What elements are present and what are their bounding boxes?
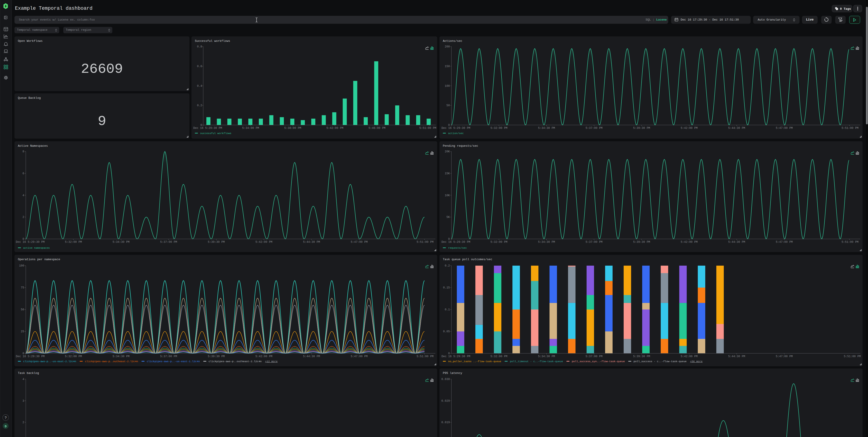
svg-text:50: 50 — [21, 308, 24, 311]
svg-text:5:42:00 PM: 5:42:00 PM — [327, 127, 343, 130]
svg-text:poll_success · c..-flow-task-q: poll_success · c..-flow-task-queue — [633, 360, 687, 363]
svg-text:5:44:30 PM: 5:44:30 PM — [303, 241, 320, 244]
svg-text:5:42:00 PM: 5:42:00 PM — [255, 355, 272, 358]
svg-text:5:47:00 PM: 5:47:00 PM — [776, 355, 793, 358]
svg-text:5:32:00 PM: 5:32:00 PM — [65, 355, 82, 358]
svg-text:26609: 26609 — [81, 61, 123, 77]
svg-text:0: 0 — [22, 352, 24, 355]
svg-text:8: 8 — [22, 150, 24, 153]
svg-text:0 Tags: 0 Tags — [840, 7, 851, 11]
svg-text:5:42:00 PM: 5:42:00 PM — [255, 241, 272, 244]
svg-text:5:51:00 PM: 5:51:00 PM — [419, 127, 436, 130]
svg-text:5:39:30 PM: 5:39:30 PM — [633, 355, 650, 358]
svg-text:25: 25 — [21, 330, 24, 333]
svg-text:5:37:00 PM: 5:37:00 PM — [585, 127, 602, 130]
svg-text:5:47:00 PM: 5:47:00 PM — [350, 355, 368, 358]
svg-text:?: ? — [4, 416, 7, 420]
svg-text:0.8: 0.8 — [197, 45, 202, 49]
svg-text:Dec 16 5:29:30 PM: Dec 16 5:29:30 PM — [441, 127, 470, 130]
svg-text:0: 0 — [200, 124, 202, 127]
svg-text:Dec 16 5:29:30 PM: Dec 16 5:29:30 PM — [441, 241, 470, 244]
svg-text:5:34:30 PM: 5:34:30 PM — [538, 127, 555, 130]
svg-text:5:39:30 PM: 5:39:30 PM — [633, 241, 650, 244]
svg-text:5:34:00 PM: 5:34:00 PM — [242, 127, 259, 130]
svg-text:clickpipes-aws-p..outheast-2.l: clickpipes-aws-p..outheast-2.l2c4n — [209, 360, 262, 363]
svg-text:5:37:00 PM: 5:37:00 PM — [160, 241, 177, 244]
svg-text:0.1: 0.1 — [445, 308, 450, 311]
svg-text:5:44:30 PM: 5:44:30 PM — [728, 355, 745, 358]
svg-text:5:34:30 PM: 5:34:30 PM — [538, 355, 555, 358]
svg-text:Dec 16 5:29:30 PM: Dec 16 5:29:30 PM — [441, 355, 470, 358]
svg-text:0: 0 — [448, 352, 450, 355]
svg-text:5:32:00 PM: 5:32:00 PM — [491, 241, 507, 244]
svg-text:5:32:00 PM: 5:32:00 PM — [491, 355, 507, 358]
svg-text:0: 0 — [448, 238, 450, 241]
svg-text:active namespaces: active namespaces — [23, 246, 50, 249]
svg-text:0.15: 0.15 — [443, 286, 450, 289]
svg-text:5:44:30 PM: 5:44:30 PM — [728, 127, 745, 130]
svg-text:+12 more: +12 more — [265, 360, 278, 363]
svg-text:4: 4 — [22, 194, 24, 197]
svg-text:9: 9 — [98, 113, 106, 129]
svg-text:5:44:30 PM: 5:44:30 PM — [303, 355, 320, 358]
svg-text:0.2: 0.2 — [445, 264, 450, 268]
svg-text:clickpipes-aws-p..outheast-2.l: clickpipes-aws-p..outheast-2.l2c4n — [85, 360, 138, 363]
svg-text:5:42:00 PM: 5:42:00 PM — [681, 127, 698, 130]
svg-text:100: 100 — [445, 85, 450, 88]
svg-text:requests/sec: requests/sec — [448, 246, 467, 249]
svg-text:action/sec: action/sec — [448, 132, 464, 135]
svg-text:5:42:00 PM: 5:42:00 PM — [681, 355, 698, 358]
svg-text:5:47:00 PM: 5:47:00 PM — [776, 127, 793, 130]
svg-text:5:34:30 PM: 5:34:30 PM — [538, 241, 555, 244]
svg-text:0.029: 0.029 — [441, 400, 450, 403]
svg-text:0.2: 0.2 — [197, 104, 202, 107]
svg-text:5:38:00 PM: 5:38:00 PM — [284, 127, 301, 130]
svg-text:clickpipes-aws-p..-us-east-2.l: clickpipes-aws-p..-us-east-2.l2c4n — [23, 360, 76, 363]
svg-text:5:46:00 PM: 5:46:00 PM — [368, 127, 385, 130]
svg-text:5:47:00 PM: 5:47:00 PM — [350, 241, 368, 244]
svg-text:5:42:00 PM: 5:42:00 PM — [681, 241, 698, 244]
svg-text:5:37:00 PM: 5:37:00 PM — [160, 355, 177, 358]
svg-text:2: 2 — [22, 216, 24, 219]
svg-text:5:34:30 PM: 5:34:30 PM — [113, 241, 129, 244]
svg-text:D: D — [5, 425, 6, 428]
svg-text:5:51:00 PM: 5:51:00 PM — [842, 241, 859, 244]
svg-text:150: 150 — [445, 65, 450, 68]
svg-text:5:34:30 PM: 5:34:30 PM — [113, 355, 129, 358]
svg-text:10K: 10K — [445, 194, 450, 197]
svg-text:5:39:30 PM: 5:39:30 PM — [208, 241, 225, 244]
svg-text:75: 75 — [21, 286, 24, 289]
svg-text:no_poller_tasks ..-flow-task-q: no_poller_tasks ..-flow-task-queue — [448, 360, 501, 363]
svg-text:5:32:00 PM: 5:32:00 PM — [65, 241, 82, 244]
svg-text:Dec 16 5:29:30 PM: Dec 16 5:29:30 PM — [16, 241, 45, 244]
svg-text:3: 3 — [22, 400, 24, 403]
svg-text:100: 100 — [19, 264, 24, 268]
svg-text:Dec 16 5:29:30 PM: Dec 16 5:29:30 PM — [16, 355, 45, 358]
svg-text:poll_success_syn..-flow-task-q: poll_success_syn..-flow-task-queue — [572, 360, 625, 363]
svg-text:+56 more: +56 more — [690, 360, 703, 363]
svg-text:5:39:30 PM: 5:39:30 PM — [208, 355, 225, 358]
svg-text:5:44:30 PM: 5:44:30 PM — [728, 241, 745, 244]
svg-text:0.6: 0.6 — [197, 65, 202, 68]
svg-text:20K: 20K — [445, 150, 450, 153]
svg-text:6: 6 — [22, 172, 24, 175]
svg-text:5:51:00 PM: 5:51:00 PM — [842, 127, 859, 130]
svg-text:Dec 16 5:29:30 PM: Dec 16 5:29:30 PM — [193, 127, 222, 130]
svg-text:50: 50 — [446, 104, 450, 107]
svg-text:5:47:00 PM: 5:47:00 PM — [776, 241, 793, 244]
svg-text:5:51:00 PM: 5:51:00 PM — [416, 355, 434, 358]
svg-text:5:32:00 PM: 5:32:00 PM — [491, 127, 507, 130]
svg-text:successful workflows: successful workflows — [200, 132, 231, 135]
svg-text:poll_timeout · c..-flow-task-q: poll_timeout · c..-flow-task-queue — [510, 360, 563, 363]
svg-text:200: 200 — [445, 45, 450, 49]
svg-text:5K: 5K — [446, 216, 450, 219]
svg-text:5:37:00 PM: 5:37:00 PM — [585, 241, 602, 244]
svg-text:5:51:00 PM: 5:51:00 PM — [844, 355, 861, 358]
svg-text:5:37:00 PM: 5:37:00 PM — [585, 355, 602, 358]
svg-text:0: 0 — [448, 124, 450, 127]
svg-text:2: 2 — [22, 421, 24, 424]
svg-text:0.038: 0.038 — [441, 378, 450, 381]
svg-text:0.019: 0.019 — [441, 421, 450, 424]
svg-text:4: 4 — [22, 378, 24, 381]
svg-text:0: 0 — [22, 238, 24, 241]
